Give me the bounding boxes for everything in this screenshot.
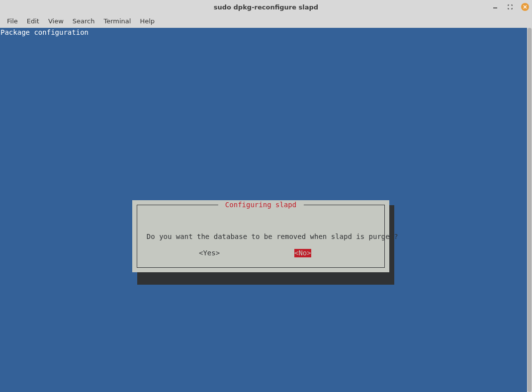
menu-search[interactable]: Search bbox=[69, 16, 99, 26]
terminal-viewport[interactable]: Package configuration Configuring slapd … bbox=[0, 28, 527, 392]
window-title: sudo dpkg-reconfigure slapd bbox=[214, 3, 318, 11]
dialog-message: Do you want the database to be removed w… bbox=[138, 233, 383, 241]
scrollbar-track[interactable] bbox=[527, 28, 532, 392]
no-button[interactable]: <No> bbox=[294, 249, 311, 257]
config-dialog: Configuring slapd Do you want the databa… bbox=[132, 200, 389, 272]
menu-view[interactable]: View bbox=[44, 16, 68, 26]
terminal-header-text: Package configuration bbox=[0, 28, 89, 37]
window-controls bbox=[491, 3, 529, 11]
terminal-area: Package configuration Configuring slapd … bbox=[0, 28, 532, 392]
scrollbar-thumb[interactable] bbox=[528, 28, 532, 392]
menu-terminal[interactable]: Terminal bbox=[99, 16, 135, 26]
dialog-title: Configuring slapd bbox=[218, 201, 303, 209]
yes-button[interactable]: <Yes> bbox=[199, 249, 220, 257]
menu-help[interactable]: Help bbox=[136, 16, 159, 26]
menu-file[interactable]: File bbox=[3, 16, 22, 26]
menu-edit[interactable]: Edit bbox=[23, 16, 43, 26]
menubar: File Edit View Search Terminal Help bbox=[0, 14, 532, 28]
titlebar: sudo dpkg-reconfigure slapd bbox=[0, 0, 532, 14]
minimize-button[interactable] bbox=[491, 3, 499, 11]
app-window: sudo dpkg-reconfigure slapd File Edit Vi… bbox=[0, 0, 532, 392]
close-button[interactable] bbox=[521, 3, 529, 11]
maximize-button[interactable] bbox=[506, 3, 514, 11]
dialog-frame: Configuring slapd Do you want the databa… bbox=[137, 205, 385, 268]
